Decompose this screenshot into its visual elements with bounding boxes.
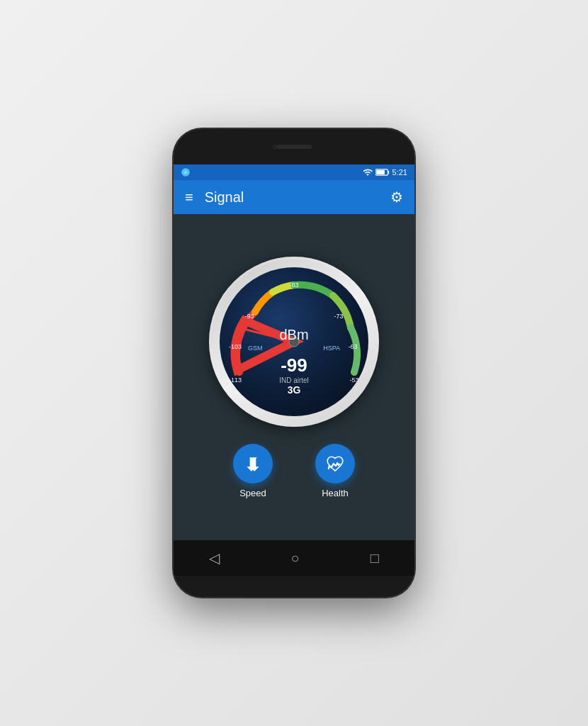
top-bezel: [174, 129, 414, 164]
health-button[interactable]: Health: [315, 444, 355, 498]
signal-gauge: -113 -103 -93 -83 -73 -63: [209, 257, 379, 427]
network-name: IND airtel: [248, 376, 340, 384]
wifi-icon: [363, 167, 373, 177]
android-notification-icon: A: [181, 167, 191, 177]
home-button[interactable]: ○: [290, 550, 299, 566]
network-type: 3G: [248, 384, 340, 396]
scene: A 5:21: [0, 0, 588, 726]
app-bar: ≡ Signal ⚙: [174, 180, 414, 214]
gauge-center: dBm GSM HSPA -99 IND airtel 3G: [220, 267, 368, 416]
navigation-bar: ◁ ○ □: [174, 540, 414, 576]
status-bar-right: 5:21: [363, 167, 407, 177]
gauge-hspa-label: HSPA: [323, 345, 340, 352]
time-display: 5:21: [392, 168, 407, 177]
main-content: -113 -103 -93 -83 -73 -63: [174, 214, 414, 540]
speed-button-label: Speed: [239, 488, 266, 498]
speed-button-circle[interactable]: [233, 444, 273, 484]
bottom-bezel: [174, 576, 414, 597]
menu-button[interactable]: ≡: [185, 189, 193, 206]
app-title: Signal: [205, 189, 390, 206]
battery-icon: [375, 168, 390, 177]
svg-text:A: A: [184, 170, 187, 174]
status-bar-left: A: [181, 167, 191, 177]
earpiece-speaker: [276, 145, 312, 149]
signal-value: -99: [248, 354, 340, 376]
svg-rect-3: [388, 171, 389, 174]
settings-button[interactable]: ⚙: [390, 189, 403, 206]
screen: A 5:21: [174, 164, 414, 576]
health-button-circle[interactable]: [315, 444, 355, 484]
health-button-label: Health: [322, 488, 349, 498]
recent-apps-button[interactable]: □: [371, 550, 379, 566]
svg-rect-4: [376, 170, 385, 174]
speed-button[interactable]: Speed: [233, 444, 273, 498]
gauge-outer-ring: -113 -103 -93 -83 -73 -63: [209, 257, 379, 427]
status-bar: A 5:21: [174, 164, 414, 180]
action-buttons: Speed Health: [233, 444, 355, 498]
phone-shell: A 5:21: [174, 129, 414, 597]
speed-icon: [244, 454, 262, 473]
gauge-gsm-label: GSM: [248, 345, 263, 352]
health-icon: [326, 454, 344, 473]
gauge-unit: dBm: [248, 327, 340, 343]
gauge-inner: -113 -103 -93 -83 -73 -63: [220, 267, 368, 416]
back-button[interactable]: ◁: [209, 549, 220, 566]
